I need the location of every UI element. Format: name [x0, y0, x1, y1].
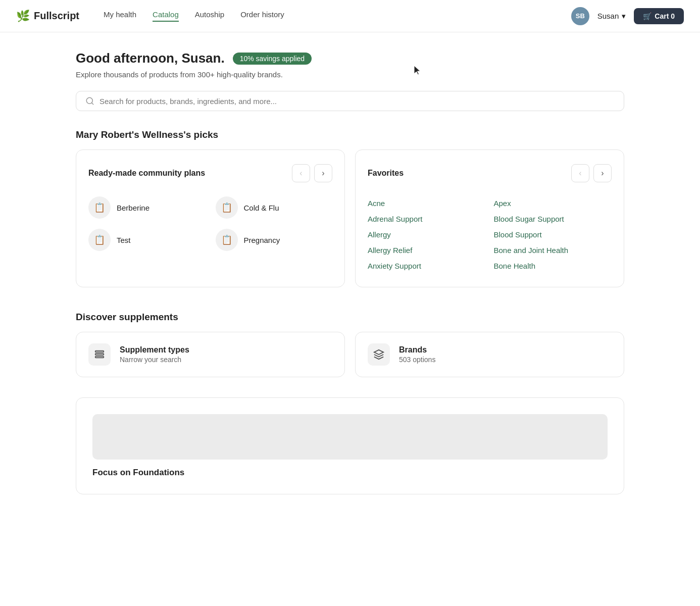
main-content: Good afternoon, Susan. 10% savings appli… — [60, 32, 640, 519]
brands-sub: 503 options — [399, 356, 435, 364]
plan-item[interactable]: 📋 Berberine — [88, 196, 206, 219]
favorite-item[interactable]: Allergy — [368, 228, 486, 241]
card-header: Ready-made community plans ‹ › — [88, 164, 332, 182]
plan-label: Cold & Flu — [244, 204, 279, 212]
nav-order-history[interactable]: Order history — [240, 10, 284, 22]
discover-row: Supplement types Narrow your search Bran… — [76, 332, 624, 377]
favorite-item[interactable]: Anxiety Support — [368, 259, 486, 273]
logo-text: Fullscript — [34, 10, 79, 22]
plan-item[interactable]: 📋 Pregnancy — [216, 229, 333, 251]
favorite-item[interactable]: Bone and Joint Health — [494, 243, 612, 257]
nav-right: SB Susan ▾ 🛒 Cart 0 — [571, 7, 684, 25]
plan-icon: 📋 — [88, 196, 111, 219]
favorites-prev-arrow-button[interactable]: ‹ — [571, 164, 589, 182]
favorites-card: Favorites ‹ › AcneApexAdrenal SupportBlo… — [355, 149, 624, 287]
search-icon — [85, 96, 94, 106]
svg-rect-3 — [95, 354, 104, 355]
nav-arrows: ‹ › — [292, 164, 332, 182]
greeting-subtitle: Explore thousands of products from 300+ … — [76, 70, 624, 79]
nav-autoship[interactable]: Autoship — [195, 10, 224, 22]
cart-label: Cart 0 — [655, 12, 675, 20]
picks-row: Ready-made community plans ‹ › 📋 Berberi… — [76, 149, 624, 287]
focus-inner: Focus on Foundations — [76, 398, 624, 494]
focus-placeholder-image — [92, 414, 608, 460]
plan-label: Berberine — [117, 204, 149, 212]
supplement-types-sub: Narrow your search — [120, 356, 189, 364]
plan-label: Pregnancy — [244, 236, 280, 244]
discover-section-title: Discover supplements — [76, 312, 624, 323]
favorites-nav-arrows: ‹ › — [571, 164, 612, 182]
favorite-item[interactable]: Adrenal Support — [368, 212, 486, 226]
brands-icon — [368, 343, 390, 366]
focus-title: Focus on Foundations — [92, 468, 608, 478]
brands-info: Brands 503 options — [399, 345, 435, 364]
prev-arrow-button[interactable]: ‹ — [292, 164, 310, 182]
ready-made-card: Ready-made community plans ‹ › 📋 Berberi… — [76, 149, 345, 287]
svg-marker-5 — [374, 350, 383, 355]
supplement-types-title: Supplement types — [120, 345, 189, 355]
greeting-row: Good afternoon, Susan. 10% savings appli… — [76, 50, 624, 66]
favorites-title: Favorites — [368, 169, 404, 178]
cart-icon: 🛒 — [643, 12, 652, 20]
svg-line-1 — [91, 103, 93, 104]
plan-icon: 📋 — [88, 229, 111, 251]
search-bar[interactable] — [76, 91, 624, 111]
favorite-item[interactable]: Allergy Relief — [368, 243, 486, 257]
favorites-grid: AcneApexAdrenal SupportBlood Sugar Suppo… — [368, 196, 612, 273]
favorite-item[interactable]: Acne — [368, 196, 486, 210]
next-arrow-button[interactable]: › — [314, 164, 332, 182]
user-menu-button[interactable]: Susan ▾ — [597, 12, 626, 21]
brands-title: Brands — [399, 345, 435, 355]
plan-label: Test — [117, 236, 131, 244]
plan-icon: 📋 — [216, 229, 238, 251]
favorite-item[interactable]: Apex — [494, 196, 612, 210]
savings-badge: 10% savings applied — [233, 53, 312, 65]
nav-my-health[interactable]: My health — [104, 10, 136, 22]
user-name: Susan — [597, 12, 619, 20]
nav-links: My health Catalog Autoship Order history — [104, 10, 555, 22]
favorites-next-arrow-button[interactable]: › — [593, 164, 612, 182]
navbar: 🌿 Fullscript My health Catalog Autoship … — [0, 0, 700, 32]
cart-button[interactable]: 🛒 Cart 0 — [634, 8, 684, 24]
chevron-down-icon: ▾ — [622, 12, 626, 21]
supplement-types-info: Supplement types Narrow your search — [120, 345, 189, 364]
nav-catalog[interactable]: Catalog — [153, 10, 179, 22]
logo: 🌿 Fullscript — [16, 10, 79, 23]
focus-card: Focus on Foundations — [76, 397, 624, 494]
favorite-item[interactable]: Blood Sugar Support — [494, 212, 612, 226]
logo-icon: 🌿 — [16, 10, 30, 23]
picks-section-title: Mary Robert's Wellness's picks — [76, 129, 624, 140]
avatar: SB — [571, 7, 589, 25]
favorites-card-header: Favorites ‹ › — [368, 164, 612, 182]
favorite-item[interactable]: Bone Health — [494, 259, 612, 273]
svg-rect-4 — [95, 357, 104, 358]
plan-item[interactable]: 📋 Test — [88, 229, 206, 251]
plans-grid: 📋 Berberine 📋 Cold & Flu 📋 Test 📋 Pregna… — [88, 196, 332, 251]
plan-icon: 📋 — [216, 196, 238, 219]
supplement-types-icon — [88, 343, 111, 366]
brands-card[interactable]: Brands 503 options — [355, 332, 624, 377]
ready-made-title: Ready-made community plans — [88, 169, 205, 178]
greeting-title: Good afternoon, Susan. — [76, 50, 225, 66]
plan-item[interactable]: 📋 Cold & Flu — [216, 196, 333, 219]
search-input[interactable] — [99, 97, 615, 106]
favorite-item[interactable]: Blood Support — [494, 228, 612, 241]
svg-rect-2 — [95, 351, 104, 352]
supplement-types-card[interactable]: Supplement types Narrow your search — [76, 332, 345, 377]
